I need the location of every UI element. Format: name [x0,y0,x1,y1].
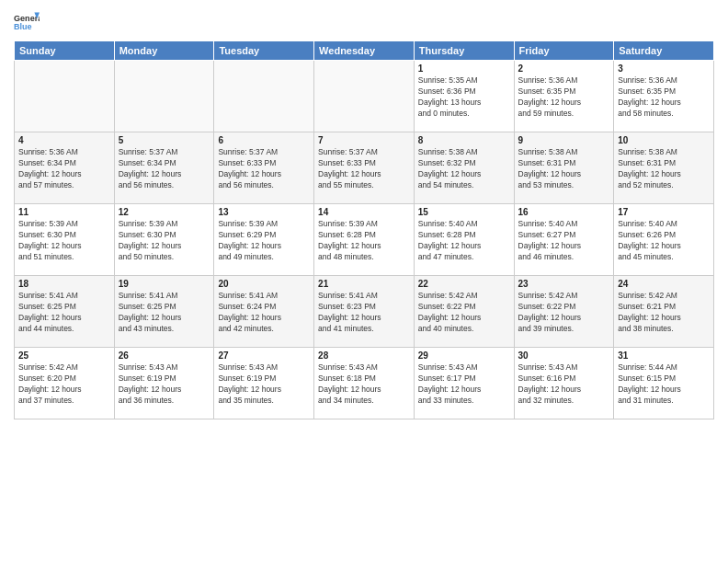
calendar-cell: 13Sunrise: 5:39 AM Sunset: 6:29 PM Dayli… [214,204,314,276]
calendar-cell: 26Sunrise: 5:43 AM Sunset: 6:19 PM Dayli… [114,348,214,419]
calendar-cell [114,61,214,132]
weekday-header-tuesday: Tuesday [214,41,314,61]
calendar-cell: 21Sunrise: 5:41 AM Sunset: 6:23 PM Dayli… [314,276,415,348]
day-info: Sunrise: 5:43 AM Sunset: 6:18 PM Dayligh… [318,362,410,407]
day-number: 6 [218,135,310,145]
day-info: Sunrise: 5:43 AM Sunset: 6:17 PM Dayligh… [418,362,510,407]
day-number: 9 [518,135,610,145]
day-info: Sunrise: 5:36 AM Sunset: 6:34 PM Dayligh… [18,147,110,191]
day-info: Sunrise: 5:43 AM Sunset: 6:16 PM Dayligh… [518,362,610,407]
day-info: Sunrise: 5:39 AM Sunset: 6:29 PM Dayligh… [218,219,310,263]
calendar-cell: 27Sunrise: 5:43 AM Sunset: 6:19 PM Dayli… [214,348,314,419]
day-number: 18 [18,279,110,289]
calendar-cell: 20Sunrise: 5:41 AM Sunset: 6:24 PM Dayli… [214,276,314,348]
day-number: 3 [618,63,710,74]
calendar-cell: 17Sunrise: 5:40 AM Sunset: 6:26 PM Dayli… [614,204,714,276]
day-info: Sunrise: 5:42 AM Sunset: 6:21 PM Dayligh… [618,291,710,335]
weekday-header-friday: Friday [514,41,614,61]
calendar-cell: 29Sunrise: 5:43 AM Sunset: 6:17 PM Dayli… [414,348,514,419]
day-number: 23 [518,279,610,289]
weekday-header-saturday: Saturday [614,41,714,61]
calendar-cell: 3Sunrise: 5:36 AM Sunset: 6:35 PM Daylig… [614,61,714,132]
calendar-cell: 4Sunrise: 5:36 AM Sunset: 6:34 PM Daylig… [15,132,115,204]
day-info: Sunrise: 5:44 AM Sunset: 6:15 PM Dayligh… [618,362,710,407]
day-info: Sunrise: 5:41 AM Sunset: 6:25 PM Dayligh… [119,291,210,335]
calendar-cell: 5Sunrise: 5:37 AM Sunset: 6:34 PM Daylig… [114,132,214,204]
day-info: Sunrise: 5:37 AM Sunset: 6:34 PM Dayligh… [119,147,210,191]
calendar-cell: 2Sunrise: 5:36 AM Sunset: 6:35 PM Daylig… [514,61,614,132]
day-number: 8 [418,135,510,145]
svg-text:Blue: Blue [14,22,32,31]
week-row-3: 11Sunrise: 5:39 AM Sunset: 6:30 PM Dayli… [15,204,714,276]
calendar-cell: 8Sunrise: 5:38 AM Sunset: 6:32 PM Daylig… [414,132,514,204]
day-number: 14 [318,207,410,217]
day-info: Sunrise: 5:43 AM Sunset: 6:19 PM Dayligh… [119,362,210,407]
day-number: 10 [618,135,710,145]
logo-icon: General Blue [14,9,40,35]
day-info: Sunrise: 5:35 AM Sunset: 6:36 PM Dayligh… [418,75,510,120]
calendar-cell: 24Sunrise: 5:42 AM Sunset: 6:21 PM Dayli… [614,276,714,348]
calendar-cell: 16Sunrise: 5:40 AM Sunset: 6:27 PM Dayli… [514,204,614,276]
day-number: 27 [218,350,310,361]
day-info: Sunrise: 5:36 AM Sunset: 6:35 PM Dayligh… [518,75,610,120]
day-number: 11 [18,207,110,217]
week-row-2: 4Sunrise: 5:36 AM Sunset: 6:34 PM Daylig… [15,132,714,204]
weekday-header-wednesday: Wednesday [314,41,415,61]
day-number: 7 [318,135,410,145]
calendar-cell [15,61,115,132]
day-number: 4 [18,135,110,145]
day-number: 21 [318,279,410,289]
day-info: Sunrise: 5:42 AM Sunset: 6:22 PM Dayligh… [518,291,610,335]
day-number: 22 [418,279,510,289]
week-row-4: 18Sunrise: 5:41 AM Sunset: 6:25 PM Dayli… [15,276,714,348]
page: General Blue SundayMondayTuesdayWednesda… [0,0,728,563]
day-number: 16 [518,207,610,217]
weekday-header-row: SundayMondayTuesdayWednesdayThursdayFrid… [15,41,714,61]
calendar-cell: 1Sunrise: 5:35 AM Sunset: 6:36 PM Daylig… [414,61,514,132]
header: General Blue [14,9,714,35]
calendar-cell: 31Sunrise: 5:44 AM Sunset: 6:15 PM Dayli… [614,348,714,419]
calendar-cell: 6Sunrise: 5:37 AM Sunset: 6:33 PM Daylig… [214,132,314,204]
day-info: Sunrise: 5:40 AM Sunset: 6:28 PM Dayligh… [418,219,510,263]
day-number: 17 [618,207,710,217]
day-number: 24 [618,279,710,289]
day-info: Sunrise: 5:38 AM Sunset: 6:31 PM Dayligh… [518,147,610,191]
day-number: 12 [119,207,210,217]
day-info: Sunrise: 5:36 AM Sunset: 6:35 PM Dayligh… [618,75,710,120]
day-number: 29 [418,350,510,361]
calendar-cell: 25Sunrise: 5:42 AM Sunset: 6:20 PM Dayli… [15,348,115,419]
calendar-cell: 10Sunrise: 5:38 AM Sunset: 6:31 PM Dayli… [614,132,714,204]
day-number: 20 [218,279,310,289]
day-info: Sunrise: 5:37 AM Sunset: 6:33 PM Dayligh… [218,147,310,191]
logo: General Blue [14,9,40,35]
day-info: Sunrise: 5:39 AM Sunset: 6:30 PM Dayligh… [18,219,110,263]
day-number: 30 [518,350,610,361]
day-number: 26 [119,350,210,361]
calendar-cell: 15Sunrise: 5:40 AM Sunset: 6:28 PM Dayli… [414,204,514,276]
calendar-cell: 22Sunrise: 5:42 AM Sunset: 6:22 PM Dayli… [414,276,514,348]
day-info: Sunrise: 5:38 AM Sunset: 6:32 PM Dayligh… [418,147,510,191]
day-number: 1 [418,63,510,74]
calendar-cell: 18Sunrise: 5:41 AM Sunset: 6:25 PM Dayli… [15,276,115,348]
day-info: Sunrise: 5:40 AM Sunset: 6:26 PM Dayligh… [618,219,710,263]
day-number: 2 [518,63,610,74]
calendar-cell [314,61,415,132]
day-info: Sunrise: 5:41 AM Sunset: 6:24 PM Dayligh… [218,291,310,335]
day-number: 13 [218,207,310,217]
day-number: 28 [318,350,410,361]
calendar-cell: 14Sunrise: 5:39 AM Sunset: 6:28 PM Dayli… [314,204,415,276]
day-info: Sunrise: 5:39 AM Sunset: 6:28 PM Dayligh… [318,219,410,263]
day-info: Sunrise: 5:42 AM Sunset: 6:22 PM Dayligh… [418,291,510,335]
calendar-cell: 28Sunrise: 5:43 AM Sunset: 6:18 PM Dayli… [314,348,415,419]
weekday-header-monday: Monday [114,41,214,61]
week-row-1: 1Sunrise: 5:35 AM Sunset: 6:36 PM Daylig… [15,61,714,132]
day-number: 15 [418,207,510,217]
calendar-cell: 11Sunrise: 5:39 AM Sunset: 6:30 PM Dayli… [15,204,115,276]
calendar-table: SundayMondayTuesdayWednesdayThursdayFrid… [14,40,714,419]
calendar-cell [214,61,314,132]
day-info: Sunrise: 5:38 AM Sunset: 6:31 PM Dayligh… [618,147,710,191]
day-number: 19 [119,279,210,289]
day-info: Sunrise: 5:40 AM Sunset: 6:27 PM Dayligh… [518,219,610,263]
day-info: Sunrise: 5:42 AM Sunset: 6:20 PM Dayligh… [18,362,110,407]
day-info: Sunrise: 5:37 AM Sunset: 6:33 PM Dayligh… [318,147,410,191]
